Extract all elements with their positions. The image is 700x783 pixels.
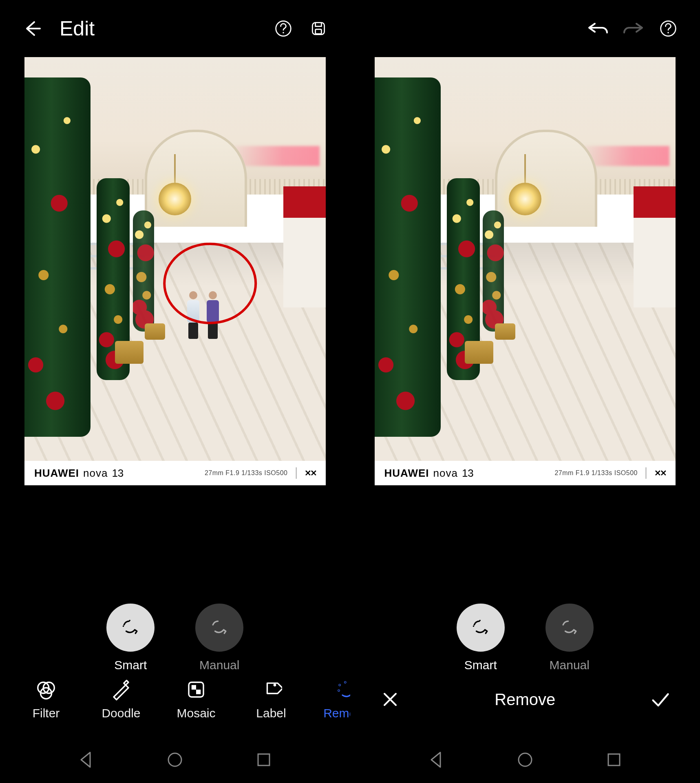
- svg-point-4: [123, 626, 124, 627]
- svg-point-1: [283, 32, 284, 33]
- watermark-meta: 27mm F1.9 1/133s ISO500: [554, 469, 638, 477]
- photo-right[interactable]: [375, 57, 676, 461]
- tool-doodle-label: Doodle: [102, 706, 140, 720]
- svg-rect-18: [258, 754, 269, 765]
- svg-point-14: [344, 681, 347, 683]
- help-button[interactable]: [272, 17, 295, 40]
- nav-home[interactable]: [515, 750, 535, 771]
- svg-rect-3: [315, 29, 321, 34]
- svg-rect-2: [312, 22, 324, 34]
- svg-rect-11: [196, 690, 201, 694]
- tool-mosaic-label: Mosaic: [177, 706, 215, 720]
- watermark-model: 13: [462, 467, 474, 480]
- action-bar-right: Remove: [350, 669, 700, 730]
- tool-remove[interactable]: Remove: [324, 679, 350, 720]
- nav-back[interactable]: [426, 750, 446, 771]
- topbar-right: [350, 0, 700, 57]
- canvas-area-right: HUAWEI nova 13 27mm F1.9 1/133s ISO500 ✕…: [350, 57, 700, 485]
- photo-card-left: HUAWEI nova 13 27mm F1.9 1/133s ISO500 ✕…: [24, 57, 326, 485]
- android-navbar-right: [350, 738, 700, 783]
- removal-selection-circle[interactable]: [163, 243, 257, 324]
- tool-remove-label: Remove: [323, 706, 350, 720]
- watermark-brand: HUAWEI: [384, 467, 429, 480]
- watermark-series: nova: [83, 467, 108, 480]
- watermark-logo-icon: ✕✕: [305, 468, 316, 478]
- tool-label[interactable]: Label: [249, 679, 294, 720]
- watermark-meta: 27mm F1.9 1/133s ISO500: [205, 469, 288, 477]
- mode-smart[interactable]: Smart: [106, 604, 155, 672]
- screen-left: Edit: [0, 0, 350, 783]
- canvas-area-left: HUAWEI nova 13 27mm F1.9 1/133s ISO500 ✕…: [0, 57, 350, 485]
- android-navbar-left: [0, 738, 350, 783]
- tool-mosaic[interactable]: Mosaic: [174, 679, 219, 720]
- tool-filter-label: Filter: [33, 706, 60, 720]
- watermark-left: HUAWEI nova 13 27mm F1.9 1/133s ISO500 ✕…: [24, 461, 326, 485]
- nav-home[interactable]: [165, 750, 185, 771]
- svg-point-12: [274, 683, 276, 686]
- undo-button[interactable]: [587, 17, 609, 40]
- tool-label-label: Label: [256, 706, 286, 720]
- cancel-button[interactable]: [379, 688, 402, 711]
- mode-smart-right[interactable]: Smart: [457, 604, 505, 672]
- svg-point-22: [479, 620, 481, 622]
- action-title: Remove: [495, 690, 555, 709]
- svg-point-15: [338, 690, 340, 692]
- save-button[interactable]: [307, 17, 330, 40]
- svg-rect-10: [192, 685, 196, 690]
- topbar-left: Edit: [0, 0, 350, 57]
- svg-point-17: [168, 753, 181, 766]
- nav-recent[interactable]: [254, 750, 274, 771]
- watermark-right: HUAWEI nova 13 27mm F1.9 1/133s ISO500 ✕…: [375, 461, 676, 485]
- svg-point-21: [473, 626, 475, 627]
- svg-point-13: [339, 684, 341, 686]
- watermark-brand: HUAWEI: [34, 467, 79, 480]
- help-button-right[interactable]: [657, 17, 680, 40]
- mode-row-right: Smart Manual: [350, 604, 700, 672]
- photo-left[interactable]: [24, 57, 326, 461]
- nav-recent[interactable]: [604, 750, 624, 771]
- tool-strip-left[interactable]: Filter Doodle Mosaic Label Remove Stic: [0, 669, 350, 730]
- mode-row-left: Smart Manual: [0, 604, 350, 672]
- photo-card-right: HUAWEI nova 13 27mm F1.9 1/133s ISO500 ✕…: [375, 57, 676, 485]
- svg-point-20: [667, 32, 669, 33]
- back-button[interactable]: [20, 17, 43, 40]
- svg-rect-24: [608, 754, 620, 765]
- redo-button: [622, 17, 645, 40]
- tool-filter[interactable]: Filter: [24, 679, 68, 720]
- svg-point-5: [129, 620, 131, 622]
- screen-right: HUAWEI nova 13 27mm F1.9 1/133s ISO500 ✕…: [350, 0, 700, 783]
- mode-manual[interactable]: Manual: [195, 604, 243, 672]
- watermark-logo-icon: ✕✕: [654, 468, 666, 478]
- confirm-button[interactable]: [649, 688, 671, 711]
- svg-point-23: [519, 753, 532, 766]
- tool-doodle[interactable]: Doodle: [99, 679, 144, 720]
- mode-manual-right[interactable]: Manual: [545, 604, 594, 672]
- page-title: Edit: [60, 17, 95, 40]
- nav-back[interactable]: [76, 750, 96, 771]
- watermark-series: nova: [433, 467, 458, 480]
- watermark-model: 13: [112, 467, 124, 480]
